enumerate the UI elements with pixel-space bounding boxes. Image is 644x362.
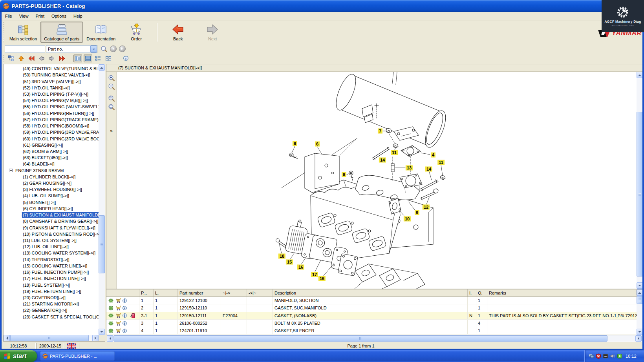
scroll-down-button[interactable] <box>637 329 643 335</box>
menu-file[interactable]: File <box>2 13 16 20</box>
network-icon[interactable] <box>589 353 594 359</box>
diagram-part-label[interactable]: 6 <box>315 142 320 147</box>
part-gear-icon[interactable] <box>108 321 113 326</box>
tree-item[interactable]: (14) THERMOSTAT[|->|] <box>4 256 99 263</box>
part-info-icon[interactable] <box>122 298 127 303</box>
diagram-part-label[interactable]: 15 <box>286 260 293 265</box>
table-scroll-thumb[interactable] <box>637 296 643 304</box>
tree-item[interactable]: (21) STARTING MOTOR[|->|] <box>4 301 99 307</box>
security-shield-icon[interactable] <box>596 353 601 359</box>
history-forward-button[interactable]: ► <box>119 45 126 52</box>
menu-options[interactable]: Options <box>48 13 70 20</box>
tree-item[interactable]: (57) HYD.OIL PIPING(TRACK FRAME)[|->| <box>4 116 99 123</box>
tree-item[interactable]: (5) BONNET[|->|] <box>4 199 99 206</box>
table-row[interactable]: 2 1 129150-12110 GASKET, SUC.MANIFOLD 1 <box>106 304 637 312</box>
diagram-part-label[interactable]: 13 <box>406 166 413 171</box>
information-button[interactable] <box>121 55 130 62</box>
tree-item[interactable]: (2) GEAR HOUSING[|->|] <box>4 180 99 186</box>
tree-item[interactable]: (64) BLADE[|->|] <box>4 161 99 167</box>
main-selection-button[interactable]: Main selection <box>6 22 40 43</box>
table-row[interactable]: 1 1 129122-12100 MANIFOLD, SUCTION 1 <box>106 297 637 304</box>
tree-vertical-scrollbar[interactable] <box>99 64 105 335</box>
tree-item[interactable]: (53) HYD.OIL PIPING (T-P-V)[|->|] <box>4 91 99 97</box>
scroll-down-button[interactable] <box>99 329 105 335</box>
tree-item[interactable]: (6) CYLINDER HEAD[|->|] <box>4 206 99 212</box>
menu-view[interactable]: View <box>16 13 32 20</box>
go-up-button[interactable] <box>17 55 26 62</box>
table-row[interactable]: 4 1 124701-11910 GASKET,SILENCER 1 <box>106 327 637 335</box>
part-info-icon[interactable] <box>122 328 127 333</box>
search-input[interactable] <box>5 45 45 53</box>
scroll-up-button[interactable] <box>637 289 643 296</box>
document-note-icon[interactable] <box>130 313 135 318</box>
add-to-order-cart-icon[interactable] <box>116 321 121 326</box>
view-tile-button[interactable] <box>104 55 113 62</box>
tree-item[interactable]: (11) LUB. OIL SYSTEM[|->|] <box>4 237 99 244</box>
tree-item[interactable]: (9) CRANKSHAFT & FLYWHEEL[|->|] <box>4 224 99 231</box>
tree-item[interactable]: (50) TURNING BRAKE VALVE[|->|] <box>4 72 99 78</box>
menu-help[interactable]: Help <box>70 13 86 20</box>
column-header-pos[interactable]: P... <box>139 289 154 297</box>
vm-icon[interactable]: vm <box>603 353 608 359</box>
menu-print[interactable]: Print <box>32 13 48 20</box>
diagram-part-label[interactable]: 11 <box>437 160 445 165</box>
pan-button[interactable] <box>108 95 115 102</box>
diagram-part-label[interactable]: 9 <box>415 210 419 215</box>
tree-item[interactable]: (10) PISTON & CONNECTING ROD[|->|] <box>4 231 99 237</box>
combo-dropdown-button[interactable] <box>90 45 97 53</box>
column-header-i[interactable]: I. <box>468 289 476 297</box>
tree-structure-button[interactable] <box>7 55 15 62</box>
diagram-part-label[interactable]: 8 <box>342 172 346 177</box>
tree-item[interactable]: (8) CAMSHAFT & DRIVING GEAR[|->|] <box>4 218 99 224</box>
search-icon[interactable] <box>101 45 108 53</box>
tree-item[interactable]: (49) CONTROL VALVE(TURNING & BLADE) <box>4 65 99 72</box>
tree-item[interactable]: (62) BOOM & ARM[|->|] <box>4 148 99 155</box>
scroll-right-button[interactable] <box>92 335 99 341</box>
volume-icon[interactable] <box>610 353 615 359</box>
part-gear-icon[interactable] <box>108 313 113 318</box>
tree-item[interactable]: (59) HYD.OIL PIPING(3RD VALVE,FRAME[ <box>4 129 99 135</box>
tree-item[interactable]: (60) HYD.OIL PIPING(3RD VALVE BOOM)[| <box>4 135 99 142</box>
tree-item[interactable]: ENGINE 3TN84LRBSVM <box>4 167 99 174</box>
title-bar[interactable]: PARTS-PUBLISHER - Catalog <box>0 0 644 12</box>
catalogue-of-parts-button[interactable]: Catalogue of parts <box>40 22 83 43</box>
next-page-button[interactable] <box>48 55 56 62</box>
diagram-part-label[interactable]: 14 <box>425 167 432 172</box>
diagram-part-label[interactable]: 8 <box>293 141 297 146</box>
diagram-scroll-thumb[interactable] <box>637 112 643 277</box>
column-header-part-number[interactable]: Part number <box>178 289 221 297</box>
table-horizontal-scrollbar[interactable] <box>107 335 642 342</box>
diagram-vertical-scrollbar[interactable] <box>637 72 643 289</box>
part-info-icon[interactable] <box>122 321 127 326</box>
next-button[interactable]: Next <box>195 22 230 43</box>
tree-horizontal-scrollbar[interactable] <box>4 335 99 341</box>
view-details-button[interactable] <box>73 55 82 62</box>
tray-clock[interactable]: 10:12 <box>626 354 637 358</box>
diagram-part-label[interactable]: 16 <box>318 276 326 281</box>
tree-item[interactable]: (13) COOLING WATER SYSTEM[|->|] <box>4 250 99 256</box>
tree-item[interactable]: (16) FUEL INJECTION PUMP[|->|] <box>4 269 99 275</box>
diagram-part-label[interactable]: 11 <box>391 150 398 155</box>
view-list-button[interactable] <box>84 55 92 62</box>
column-header-remarks[interactable]: Remarks <box>487 289 637 297</box>
scroll-up-button[interactable] <box>637 72 643 78</box>
diagram-part-label[interactable]: 12 <box>423 205 430 210</box>
add-to-order-cart-icon[interactable] <box>116 328 121 333</box>
add-to-order-cart-icon[interactable] <box>116 313 121 318</box>
scroll-left-button[interactable] <box>107 335 113 342</box>
diagram-part-label[interactable]: 14 <box>379 158 386 163</box>
status-language-cell[interactable] <box>65 343 78 349</box>
column-header-level[interactable]: L. <box>154 289 178 297</box>
tree-item[interactable]: (51) 3RD VALVE (VALVE)[|->|] <box>4 78 99 84</box>
zoom-area-button[interactable] <box>108 103 115 111</box>
diagram-part-label[interactable]: 4 <box>431 153 435 158</box>
scroll-up-button[interactable] <box>99 64 105 71</box>
scroll-down-button[interactable] <box>637 282 643 289</box>
tree-scroll-thumb[interactable] <box>99 215 105 273</box>
column-header-out[interactable]: ->|~ <box>247 289 273 297</box>
last-page-button[interactable] <box>58 55 66 62</box>
tree-item[interactable]: (23) GASKET SET & SPECIAL TOOL(OP)[|- <box>4 314 99 320</box>
diagram-part-label[interactable]: 10 <box>404 216 411 222</box>
tree-item[interactable]: (17) FUEL INJECTION LINE[|->|] <box>4 275 99 282</box>
search-field-combo[interactable]: Part no. <box>46 45 97 53</box>
